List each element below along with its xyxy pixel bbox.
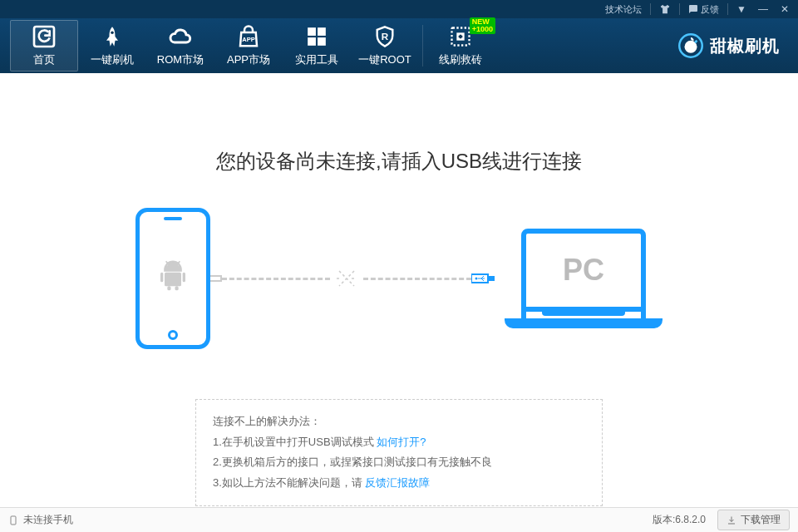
nav-label: 一键刷机: [91, 52, 134, 67]
tips-title: 连接不上的解决办法：: [213, 411, 585, 432]
minimize-button[interactable]: —: [755, 3, 771, 15]
divider: [727, 3, 728, 15]
brand-logo-icon: [678, 33, 703, 58]
svg-text:APP: APP: [242, 36, 254, 43]
svg-rect-18: [488, 276, 495, 281]
divider: [650, 3, 651, 15]
nav-root[interactable]: R 一键ROOT: [351, 20, 419, 71]
feedback-link[interactable]: 反馈: [685, 3, 722, 16]
svg-rect-14: [183, 273, 185, 283]
rocket-icon: [101, 24, 124, 49]
title-bar: 技术论坛 反馈 ▼ — ✕: [0, 0, 798, 18]
svg-text:R: R: [382, 31, 389, 42]
tip-1: 1.在手机设置中打开USB调试模式 如何打开?: [213, 432, 585, 453]
svg-point-1: [111, 32, 114, 35]
tip-2: 2.更换机箱后方的接口，或捏紧接口测试接口有无接触不良: [213, 452, 585, 473]
download-icon: [727, 515, 736, 525]
nav-bar: 首页 一键刷机 ROM市场 APP APP市场 实用工具 R 一键ROOT NE…: [0, 18, 798, 73]
svg-rect-6: [318, 37, 326, 46]
divider: [679, 3, 680, 15]
refresh-icon: [31, 24, 57, 49]
phone-status-icon: [8, 514, 18, 527]
tshirt-icon[interactable]: [656, 3, 674, 15]
svg-rect-16: [175, 286, 179, 290]
version-text: 版本:6.8.2.0: [653, 513, 706, 527]
nav-rom-market[interactable]: ROM市场: [146, 20, 214, 71]
plus-box-icon: [449, 24, 472, 49]
laptop-illustration: PC: [505, 229, 663, 328]
svg-point-19: [475, 278, 478, 280]
divider: [422, 25, 423, 66]
main-content: 您的设备尚未连接,请插入USB线进行连接: [0, 73, 798, 507]
nav-label: ROM市场: [157, 52, 204, 67]
nav-wire-flash[interactable]: NEW+1000 线刷救砖: [426, 20, 495, 71]
forum-link[interactable]: 技术论坛: [602, 3, 645, 16]
android-icon: [156, 256, 190, 294]
svg-rect-12: [165, 273, 181, 287]
how-to-open-link[interactable]: 如何打开?: [377, 436, 426, 448]
app-bag-icon: APP: [236, 24, 261, 49]
svg-rect-5: [308, 37, 316, 46]
nav-tools[interactable]: 实用工具: [283, 20, 351, 71]
nav-flash[interactable]: 一键刷机: [78, 20, 146, 71]
cable-right: [363, 278, 471, 280]
usb-plug-icon: [471, 272, 496, 285]
brand: 甜椒刷机: [678, 33, 788, 58]
tip-3: 3.如以上方法不能解决问题，请 反馈汇报故障: [213, 473, 585, 494]
headline: 您的设备尚未连接,请插入USB线进行连接: [216, 148, 582, 175]
cloud-icon: [166, 24, 195, 49]
svg-rect-13: [160, 273, 163, 283]
cable-left: [222, 278, 330, 280]
shield-r-icon: R: [373, 24, 397, 49]
nav-label: 实用工具: [295, 52, 338, 67]
status-bar: 未连接手机 版本:6.8.2.0 下载管理: [0, 507, 798, 532]
grid-icon: [306, 24, 328, 49]
svg-rect-20: [11, 516, 16, 525]
report-fault-link[interactable]: 反馈汇报故障: [365, 476, 430, 489]
disconnect-x-icon: [330, 262, 363, 295]
new-badge: NEW+1000: [470, 17, 495, 34]
troubleshoot-tips: 连接不上的解决办法： 1.在手机设置中打开USB调试模式 如何打开? 2.更换机…: [195, 399, 603, 506]
svg-rect-15: [167, 286, 170, 290]
connection-diagram: PC: [135, 208, 663, 349]
nav-label: 一键ROOT: [358, 52, 411, 67]
pc-label: PC: [563, 253, 604, 288]
nav-label: 线刷救砖: [439, 52, 482, 67]
brand-name: 甜椒刷机: [710, 35, 780, 57]
nav-label: APP市场: [227, 52, 270, 67]
nav-label: 首页: [33, 52, 55, 67]
download-manager-button[interactable]: 下载管理: [717, 510, 790, 530]
close-button[interactable]: ✕: [776, 3, 793, 15]
nav-app-market[interactable]: APP APP市场: [214, 20, 283, 71]
dropdown-button[interactable]: ▼: [733, 3, 750, 15]
phone-illustration: [135, 208, 210, 349]
svg-rect-3: [308, 27, 316, 36]
nav-home[interactable]: 首页: [10, 20, 78, 71]
connection-status: 未连接手机: [23, 513, 73, 527]
svg-rect-4: [318, 27, 326, 36]
